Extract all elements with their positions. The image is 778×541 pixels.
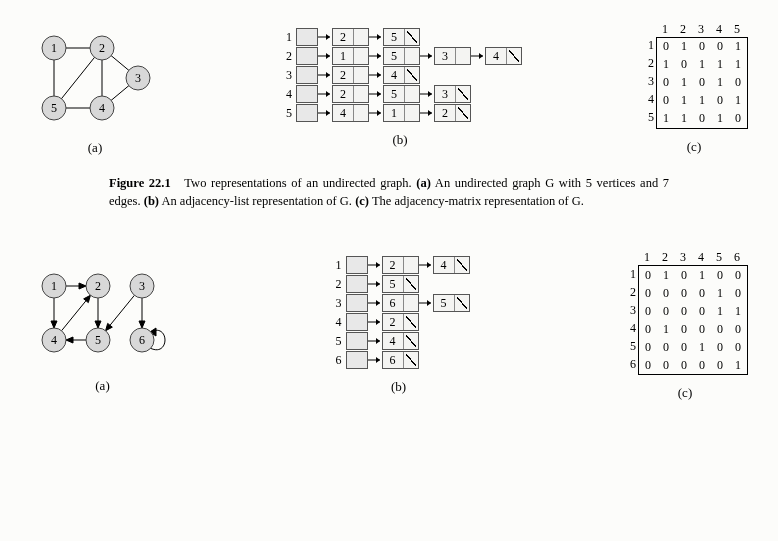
adjlist-node: 3	[434, 47, 471, 65]
matrix-col-headers: 123456	[622, 250, 748, 265]
adjlist-row-index: 1	[328, 258, 342, 273]
fig1-caption: Figure 22.1 Two representations of an un…	[109, 174, 669, 210]
svg-marker-58	[106, 323, 113, 330]
arrow-icon	[368, 313, 382, 331]
svg-text:4: 4	[99, 101, 105, 115]
matrix-cell: 0	[729, 266, 747, 284]
matrix-cell: 0	[729, 74, 747, 92]
adjlist-head-cell	[296, 47, 318, 65]
svg-marker-20	[377, 34, 381, 40]
svg-marker-48	[51, 321, 57, 328]
matrix-cell: 0	[693, 320, 711, 338]
adjlist-head-cell	[346, 313, 368, 331]
adjlist-head-cell	[296, 104, 318, 122]
adjlist-node: 5	[383, 28, 420, 46]
matrix-cell: 0	[639, 284, 657, 302]
matrix-cell: 0	[657, 356, 675, 374]
matrix-cell: 1	[675, 92, 693, 110]
svg-marker-26	[428, 53, 432, 59]
adjlist-node: 2	[434, 104, 471, 122]
fig1-matrix: 12345123450100110111010100110111010	[640, 22, 748, 129]
svg-marker-30	[326, 72, 330, 78]
matrix-col-header: 5	[728, 22, 746, 37]
matrix-cell: 0	[693, 38, 711, 56]
matrix-cell: 0	[675, 320, 693, 338]
adjlist-row-index: 2	[278, 49, 292, 64]
matrix-cell: 1	[729, 356, 747, 374]
matrix-col-header: 1	[656, 22, 674, 37]
matrix-cell: 1	[675, 74, 693, 92]
matrix-cell: 1	[693, 56, 711, 74]
matrix-cell: 0	[693, 284, 711, 302]
matrix-cell: 1	[675, 110, 693, 128]
svg-text:1: 1	[51, 279, 57, 293]
adjlist-head-cell	[346, 294, 368, 312]
matrix-cell: 1	[693, 338, 711, 356]
arrow-icon	[368, 332, 382, 350]
fig2-graph-svg: 123456	[30, 258, 175, 368]
svg-marker-77	[376, 281, 380, 287]
svg-marker-44	[428, 110, 432, 116]
arrow-icon	[318, 47, 332, 65]
arrow-icon	[318, 104, 332, 122]
adjlist-row-index: 4	[328, 315, 342, 330]
fig1-panel-b: 1252153432442535412 (b)	[278, 28, 522, 148]
adjlist-head-cell	[346, 256, 368, 274]
matrix-cell: 0	[729, 320, 747, 338]
matrix-cell: 0	[639, 320, 657, 338]
adjlist-head-cell	[346, 351, 368, 369]
adjlist-node: 2	[382, 313, 419, 331]
svg-marker-56	[139, 321, 145, 328]
adjlist-node: 5	[382, 275, 419, 293]
adjlist-node: 4	[485, 47, 522, 65]
matrix-cell: 1	[711, 74, 729, 92]
adjlist-head-cell	[346, 332, 368, 350]
matrix-row-header: 3	[640, 73, 656, 91]
adjlist-row: 125	[278, 28, 522, 46]
matrix-col-header: 3	[692, 22, 710, 37]
fig1-adjlist: 1252153432442535412	[278, 28, 522, 122]
matrix-cell: 0	[639, 266, 657, 284]
matrix-grid: 0100110111010100110111010	[656, 37, 748, 129]
fig1-label-c: (c)	[687, 139, 701, 155]
matrix-cell: 0	[729, 284, 747, 302]
matrix-cell: 0	[675, 284, 693, 302]
svg-marker-32	[377, 72, 381, 78]
fig2-label-b: (b)	[391, 379, 406, 395]
adjlist-row-index: 4	[278, 87, 292, 102]
svg-text:2: 2	[95, 279, 101, 293]
matrix-row-header: 5	[640, 109, 656, 127]
matrix-cell: 0	[657, 92, 675, 110]
svg-marker-36	[377, 91, 381, 97]
svg-marker-52	[95, 321, 101, 328]
adjlist-row-index: 5	[328, 334, 342, 349]
svg-marker-40	[326, 110, 330, 116]
adjlist-node: 4	[383, 66, 420, 84]
matrix-cell: 1	[711, 110, 729, 128]
adjlist-node: 2	[332, 66, 369, 84]
matrix-cell: 0	[657, 338, 675, 356]
arrow-icon	[420, 104, 434, 122]
adjlist-row-index: 5	[278, 106, 292, 121]
svg-marker-85	[376, 338, 380, 344]
svg-marker-81	[427, 300, 431, 306]
adjlist-row: 66	[328, 351, 470, 369]
matrix-row-header: 5	[622, 337, 638, 355]
svg-marker-28	[479, 53, 483, 59]
adjlist-node: 5	[383, 47, 420, 65]
svg-marker-83	[376, 319, 380, 325]
matrix-cell: 1	[711, 302, 729, 320]
adjlist-head-cell	[346, 275, 368, 293]
matrix-col-header: 4	[710, 22, 728, 37]
adjlist-node: 6	[382, 351, 419, 369]
adjlist-node: 6	[382, 294, 419, 312]
fig2-label-a: (a)	[95, 378, 109, 394]
caption-tc: The adjacency-matrix representation of G…	[372, 194, 584, 208]
matrix-cell: 0	[675, 56, 693, 74]
caption-pb: (b)	[144, 194, 159, 208]
arrow-icon	[369, 47, 383, 65]
adjlist-row: 42	[328, 313, 470, 331]
svg-marker-73	[376, 262, 380, 268]
matrix-row-header: 1	[622, 265, 638, 283]
fig2-panel-b: 12425365425466 (b)	[328, 256, 470, 395]
